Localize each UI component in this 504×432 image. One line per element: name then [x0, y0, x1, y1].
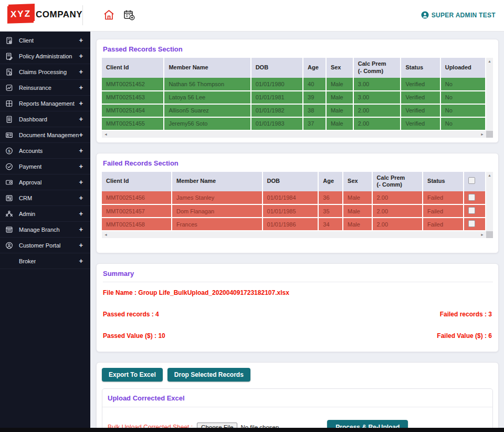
table-cell: MMT00251457	[102, 204, 172, 218]
sidebar-item-document-management[interactable]: Document Management+	[0, 127, 90, 143]
summary-passed-value: Passed Value ($) : 10	[103, 332, 165, 340]
column-header: Status	[401, 58, 440, 78]
column-header: Member Name	[172, 172, 262, 192]
expand-plus-icon[interactable]: +	[79, 36, 83, 44]
table-cell: No	[440, 104, 486, 117]
expand-plus-icon[interactable]: +	[79, 84, 83, 91]
user-menu[interactable]: SUPER ADMIN TEST	[421, 11, 496, 19]
table-cell: 40	[303, 78, 326, 91]
row-select-cell	[464, 218, 486, 231]
table-cell: 01/01/1980	[251, 78, 303, 91]
user-avatar-icon	[421, 11, 429, 19]
table-cell: 2.00	[372, 218, 423, 231]
table-cell: 39	[303, 91, 326, 104]
scroll-left-icon[interactable]: ◄	[104, 132, 108, 136]
scroll-right-icon[interactable]: ►	[480, 132, 484, 136]
sidebar-item-client[interactable]: Client+	[0, 33, 90, 48]
vertical-scrollbar[interactable]: ▲	[486, 172, 493, 232]
table-cell: MMT00251458	[102, 218, 172, 231]
sidebar-item-dashboard[interactable]: Dashboard+	[0, 111, 90, 127]
table-cell: 01/01/1985	[262, 204, 319, 218]
sidebar-item-approval[interactable]: Approval+	[0, 174, 90, 190]
document-management-icon	[5, 131, 14, 139]
scrollbar-corner	[486, 131, 493, 138]
table-cell: Dom Flanagan	[172, 204, 262, 218]
user-name-label: SUPER ADMIN TEST	[432, 12, 496, 19]
expand-plus-icon[interactable]: +	[79, 225, 83, 233]
no-icon	[5, 257, 14, 265]
column-header: Age	[318, 172, 343, 192]
home-icon[interactable]	[103, 9, 115, 21]
expand-plus-icon[interactable]: +	[79, 147, 83, 155]
sidebar-item-manage-branch[interactable]: Manage Branch+	[0, 222, 90, 238]
sidebar-item-label: Accounts	[19, 148, 43, 154]
expand-plus-icon[interactable]: +	[79, 99, 83, 107]
sidebar-item-accounts[interactable]: $Accounts+	[0, 143, 90, 159]
column-header: Calc Prem (- Comm)	[353, 58, 401, 78]
sidebar-item-policy-administration[interactable]: Policy Administration+	[0, 48, 90, 64]
table-cell: Verified	[401, 104, 440, 117]
approval-icon	[5, 178, 14, 187]
table-cell: Verified	[401, 78, 440, 91]
expand-plus-icon[interactable]: +	[79, 162, 83, 170]
column-header: Member Name	[164, 58, 250, 78]
column-header: Client Id	[102, 58, 164, 78]
calendar-add-icon[interactable]	[123, 9, 135, 21]
table-cell: Male	[343, 204, 372, 218]
accounts-icon: $	[5, 147, 14, 155]
table-cell: 34	[318, 218, 343, 231]
main-content: Passed Records Section Client IdMember N…	[90, 32, 504, 432]
summary-card: Summary File Name : Group Life_BulkUploa…	[96, 263, 499, 352]
table-cell: 2.00	[372, 191, 423, 204]
row-select-checkbox[interactable]	[468, 194, 475, 201]
sidebar-item-admin[interactable]: Admin+	[0, 206, 90, 222]
failed-records-card: Failed Records Section Client IdMember N…	[96, 153, 499, 254]
table-cell: 01/01/1984	[262, 191, 319, 204]
row-select-checkbox[interactable]	[468, 220, 475, 227]
table-cell: MMT00251454	[102, 104, 164, 117]
sidebar-item-reinsurance[interactable]: Reinsurance+	[0, 80, 90, 96]
column-header: Status	[423, 172, 463, 192]
vertical-scrollbar[interactable]: ▲	[486, 58, 493, 131]
sidebar-item-customer-portal[interactable]: Customer Portal+	[0, 238, 90, 253]
table-cell: 2.00	[372, 204, 423, 218]
expand-plus-icon[interactable]: +	[79, 131, 83, 139]
expand-plus-icon[interactable]: +	[79, 52, 83, 60]
sidebar-item-crm[interactable]: CRM+	[0, 190, 90, 206]
table-actions-row: Export To Excel Drop Selected Records	[102, 368, 493, 382]
admin-icon	[5, 210, 14, 218]
row-select-checkbox[interactable]	[468, 207, 475, 214]
summary-title: Summary	[103, 270, 493, 282]
export-to-excel-button[interactable]: Export To Excel	[102, 368, 163, 382]
expand-plus-icon[interactable]: +	[79, 68, 83, 76]
sidebar-item-label: Dashboard	[19, 116, 47, 122]
table-cell: James Stanley	[172, 191, 262, 204]
sidebar-item-reports-management[interactable]: Reports Management+	[0, 96, 90, 111]
drop-selected-records-button[interactable]: Drop Selected Records	[167, 368, 250, 382]
sidebar-item-broker[interactable]: Broker+	[0, 253, 90, 269]
svg-text:$: $	[8, 148, 10, 153]
column-header: Age	[303, 58, 326, 78]
upload-panel-title: Upload Corrected Excel	[108, 394, 487, 402]
expand-plus-icon[interactable]: +	[79, 241, 83, 249]
expand-plus-icon[interactable]: +	[79, 257, 83, 265]
expand-plus-icon[interactable]: +	[79, 210, 83, 218]
crm-icon	[5, 194, 14, 202]
expand-plus-icon[interactable]: +	[79, 115, 83, 123]
sidebar-item-claims-processing[interactable]: Claims Processing+	[0, 64, 90, 80]
table-cell: Male	[343, 191, 372, 204]
expand-plus-icon[interactable]: +	[79, 178, 83, 186]
table-cell: 38	[303, 104, 326, 117]
upload-corrected-excel-panel: Upload Corrected Excel Bulk Upload Corre…	[102, 388, 493, 432]
horizontal-scrollbar[interactable]: ◄►	[102, 131, 486, 138]
scroll-left-icon[interactable]: ◄	[104, 233, 108, 236]
expand-plus-icon[interactable]: +	[79, 194, 83, 202]
sidebar-item-payment[interactable]: Payment+	[0, 159, 90, 174]
scroll-right-icon[interactable]: ►	[480, 233, 484, 236]
summary-file-name: File Name : Group Life_BulkUpload_202004…	[103, 289, 492, 296]
horizontal-scrollbar[interactable]: ◄►	[102, 231, 486, 238]
bottom-black-strip	[0, 428, 504, 432]
select-all-checkbox[interactable]	[468, 177, 475, 184]
payment-icon	[5, 162, 14, 171]
table-cell: Male	[326, 91, 353, 104]
